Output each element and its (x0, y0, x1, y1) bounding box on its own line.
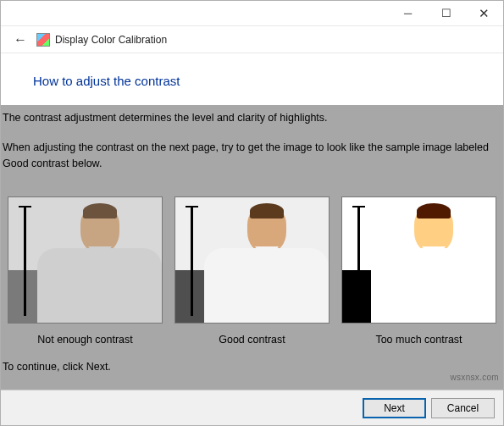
app-icon (36, 33, 50, 47)
header-bar: ← Display Color Calibration (1, 26, 503, 53)
sample-image-not-enough (8, 196, 163, 324)
next-button[interactable]: Next (363, 398, 426, 418)
close-button[interactable]: ✕ (465, 1, 503, 25)
cancel-button[interactable]: Cancel (431, 398, 495, 418)
description: The contrast adjustment determines the l… (1, 105, 503, 196)
page-title: How to adjust the contrast (33, 74, 503, 88)
sample-image-too-much (341, 196, 496, 324)
app-title: Display Color Calibration (55, 34, 167, 46)
content-header: How to adjust the contrast (1, 53, 503, 105)
sample-too-much: Too much contrast (341, 196, 496, 346)
sample-image-good (174, 196, 330, 324)
back-button[interactable]: ← (11, 30, 30, 49)
minimize-button[interactable]: ─ (389, 1, 427, 25)
sample-label: Not enough contrast (37, 334, 133, 346)
cancel-button-label: Cancel (447, 402, 479, 414)
window-controls: ─ ☐ ✕ (389, 1, 503, 25)
titlebar: ─ ☐ ✕ (1, 1, 503, 26)
content-area: How to adjust the contrast The contrast … (1, 53, 503, 390)
sample-good: Good contrast (174, 196, 330, 346)
watermark: wsxnsx.com (451, 373, 499, 382)
footer: Next Cancel (1, 390, 503, 425)
sample-not-enough: Not enough contrast (8, 196, 163, 346)
sample-label: Good contrast (219, 334, 285, 346)
description-line-1: The contrast adjustment determines the l… (3, 110, 491, 126)
maximize-button[interactable]: ☐ (427, 1, 465, 25)
sample-row: Not enough contrast Good contrast Too mu… (1, 196, 503, 346)
next-button-label: Next (384, 402, 405, 414)
continue-hint: To continue, click Next. (1, 346, 503, 373)
description-line-2: When adjusting the contrast on the next … (3, 140, 491, 172)
sample-label: Too much contrast (375, 334, 462, 346)
